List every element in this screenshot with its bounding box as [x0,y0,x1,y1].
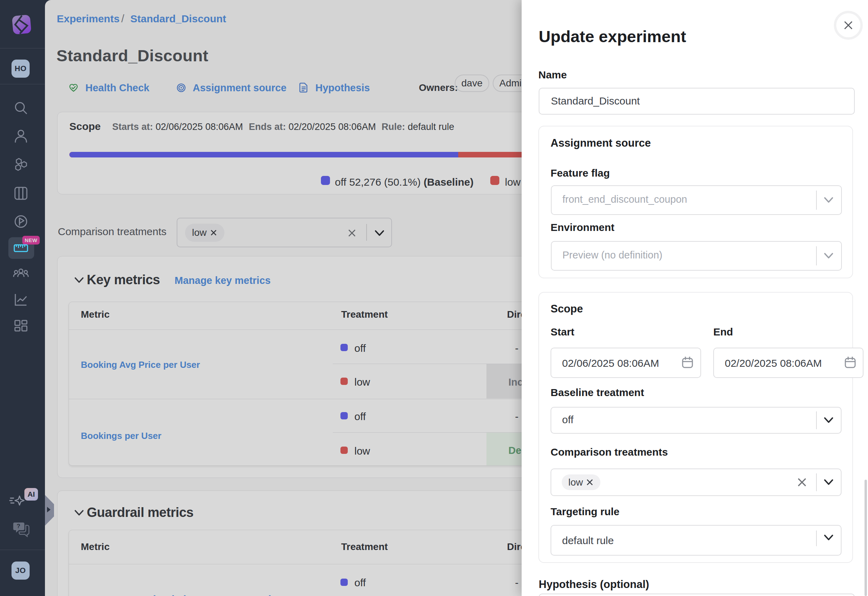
svg-text:?: ? [17,523,20,530]
